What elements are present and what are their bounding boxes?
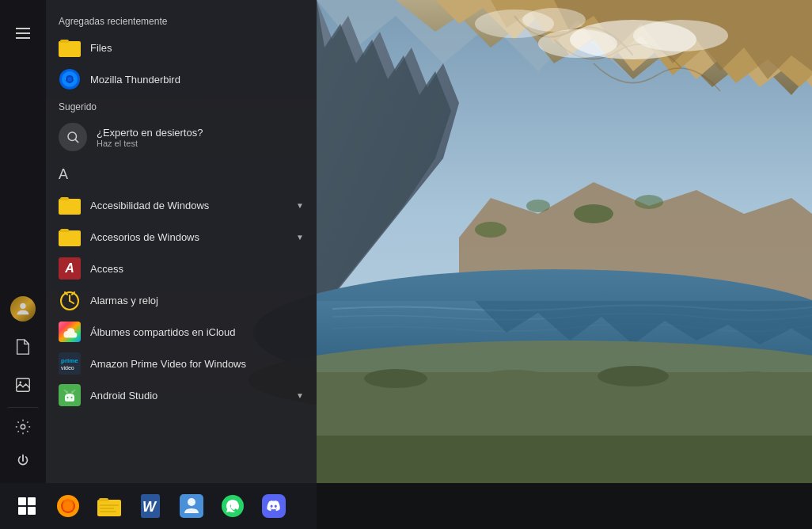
accesibilidad-app-name: Accesibilidad de Windows bbox=[90, 200, 296, 211]
svg-point-56 bbox=[67, 397, 69, 398]
windows-logo-icon bbox=[18, 497, 36, 515]
recently-added-header: Agregadas recientemente bbox=[46, 10, 317, 32]
start-button[interactable] bbox=[8, 487, 46, 525]
svg-point-68 bbox=[188, 498, 195, 506]
app-item-amazon[interactable]: prime video Amazon Prime Video for Windo… bbox=[46, 348, 317, 379]
thunderbird-app-icon bbox=[59, 68, 81, 90]
pictures-button[interactable] bbox=[7, 369, 39, 401]
svg-point-57 bbox=[71, 397, 73, 398]
app-list[interactable]: Agregadas recientemente Files bbox=[46, 0, 317, 483]
svg-text:W: W bbox=[142, 499, 157, 515]
settings-button[interactable] bbox=[7, 407, 39, 439]
word-icon: W bbox=[139, 494, 161, 518]
power-icon bbox=[14, 452, 32, 470]
access-icon: A bbox=[59, 257, 81, 280]
app-item-access[interactable]: A Access bbox=[46, 253, 317, 284]
svg-rect-40 bbox=[59, 199, 81, 215]
start-menu: Agregadas recientemente Files bbox=[0, 0, 317, 483]
svg-rect-62 bbox=[100, 504, 119, 506]
taskbar-word[interactable]: W bbox=[131, 487, 169, 525]
alarmas-app-name: Alarmas y reloj bbox=[90, 295, 304, 306]
blue-app-icon bbox=[180, 494, 203, 518]
pictures-icon bbox=[14, 376, 32, 394]
taskbar-blue-app[interactable] bbox=[173, 487, 211, 525]
svg-line-44 bbox=[70, 301, 74, 303]
icloud-app-name: Álbumes compartidos en iCloud bbox=[90, 326, 304, 338]
suggested-search-icon bbox=[59, 123, 87, 151]
start-menu-sidebar bbox=[0, 0, 46, 483]
firefox-icon bbox=[56, 494, 80, 518]
amazon-app-name: Amazon Prime Video for Windows bbox=[90, 358, 304, 370]
power-button[interactable] bbox=[7, 445, 39, 477]
taskbar-firefox[interactable] bbox=[49, 487, 87, 525]
settings-icon bbox=[14, 418, 32, 436]
app-item-accesibilidad[interactable]: Accesibilidad de Windows ▼ bbox=[46, 189, 317, 221]
access-app-name: Access bbox=[90, 263, 304, 275]
svg-point-21 bbox=[722, 371, 782, 389]
suggested-title: ¿Experto en desiertos? bbox=[97, 127, 203, 139]
suggested-texts: ¿Experto en desiertos? Haz el test bbox=[97, 127, 203, 148]
documents-button[interactable] bbox=[7, 331, 39, 363]
svg-point-38 bbox=[67, 77, 72, 82]
discord-icon bbox=[262, 494, 286, 518]
android-chevron: ▼ bbox=[296, 391, 304, 400]
amazon-app-icon: prime video bbox=[59, 352, 81, 375]
svg-point-12 bbox=[635, 195, 663, 209]
user-avatar-button[interactable] bbox=[7, 293, 39, 325]
files-app-name: Files bbox=[90, 42, 304, 54]
files-app-icon bbox=[59, 36, 81, 59]
explorer-icon bbox=[97, 496, 121, 516]
svg-rect-63 bbox=[100, 508, 114, 509]
svg-point-20 bbox=[598, 366, 669, 386]
app-item-accesorios[interactable]: Accesorios de Windows ▼ bbox=[46, 221, 317, 253]
taskbar-discord[interactable] bbox=[255, 487, 293, 525]
accesorios-chevron: ▼ bbox=[296, 233, 304, 242]
taskbar: W bbox=[0, 483, 812, 529]
svg-rect-30 bbox=[17, 379, 30, 392]
android-app-name: Android Studio bbox=[90, 390, 296, 402]
accesorios-app-name: Accesorios de Windows bbox=[90, 231, 296, 243]
access-app-icon: A bbox=[59, 257, 81, 280]
svg-point-32 bbox=[21, 424, 25, 429]
icloud-app-icon bbox=[59, 321, 81, 343]
whatsapp-icon bbox=[221, 494, 245, 518]
alarmas-app-icon bbox=[59, 289, 81, 311]
svg-point-29 bbox=[20, 303, 25, 309]
app-item-android[interactable]: Android Studio ▼ bbox=[46, 379, 317, 411]
hamburger-menu-button[interactable] bbox=[7, 17, 39, 49]
svg-rect-64 bbox=[100, 511, 116, 512]
svg-text:video: video bbox=[61, 365, 74, 371]
suggested-subtitle: Haz el test bbox=[97, 139, 203, 148]
svg-text:prime: prime bbox=[61, 357, 78, 364]
accesibilidad-icon bbox=[59, 194, 81, 216]
app-item-icloud[interactable]: Álbumes compartidos en iCloud bbox=[46, 316, 317, 348]
alpha-section-a: A bbox=[46, 160, 317, 189]
avatar bbox=[10, 296, 36, 322]
thunderbird-app-name: Mozilla Thunderbird bbox=[90, 74, 304, 86]
svg-point-28 bbox=[522, 8, 586, 32]
svg-point-11 bbox=[574, 204, 613, 223]
suggested-header: Sugerido bbox=[46, 95, 317, 117]
svg-point-19 bbox=[471, 370, 558, 394]
accesibilidad-chevron: ▼ bbox=[296, 201, 304, 210]
document-icon bbox=[14, 338, 32, 356]
accesorios-icon bbox=[59, 226, 81, 248]
suggested-app-item[interactable]: ¿Experto en desiertos? Haz el test bbox=[46, 117, 317, 157]
svg-point-10 bbox=[526, 200, 550, 212]
svg-point-25 bbox=[633, 20, 728, 51]
taskbar-explorer[interactable] bbox=[90, 487, 128, 525]
taskbar-whatsapp[interactable] bbox=[214, 487, 252, 525]
hamburger-icon bbox=[16, 28, 30, 39]
svg-rect-41 bbox=[59, 230, 81, 246]
svg-point-26 bbox=[538, 29, 617, 58]
app-item-thunderbird[interactable]: Mozilla Thunderbird bbox=[46, 63, 317, 95]
app-item-alarmas[interactable]: Alarmas y reloj bbox=[46, 284, 317, 316]
android-app-icon bbox=[59, 384, 81, 406]
svg-point-18 bbox=[364, 369, 427, 388]
app-item-files[interactable]: Files bbox=[46, 32, 317, 63]
svg-point-31 bbox=[19, 381, 21, 383]
svg-point-9 bbox=[475, 222, 507, 238]
